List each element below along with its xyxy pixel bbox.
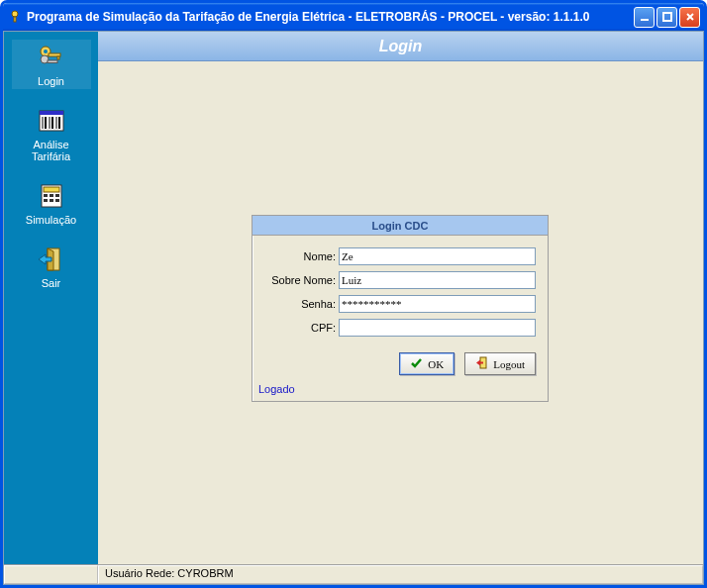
svg-rect-9: [57, 56, 59, 59]
svg-rect-25: [44, 199, 48, 202]
sidebar-item-simulacao[interactable]: Simulação: [12, 178, 91, 228]
label-nome: Nome:: [264, 250, 336, 262]
row-senha: Senha:: [264, 295, 536, 313]
exit-icon: [36, 244, 67, 275]
svg-rect-2: [641, 19, 649, 21]
svg-rect-1: [14, 17, 16, 22]
input-nome[interactable]: [339, 247, 536, 265]
svg-rect-11: [48, 60, 57, 63]
calculator-icon: [36, 180, 67, 212]
status-user: Usuário Rede: CYROBRM: [98, 565, 703, 584]
barcode-icon: [36, 105, 67, 137]
content-pane: Login Login CDC Nome: Sobre Nome:: [98, 32, 703, 564]
statusbar: Usuário Rede: CYROBRM: [4, 564, 703, 584]
minimize-button[interactable]: [634, 7, 655, 28]
svg-rect-22: [44, 194, 48, 197]
keys-icon: [36, 42, 67, 73]
svg-rect-26: [50, 199, 53, 202]
sidebar-item-label: Login: [38, 75, 64, 87]
svg-rect-13: [40, 111, 63, 115]
row-cpf: CPF:: [264, 319, 536, 337]
sidebar-item-sair[interactable]: Sair: [12, 242, 91, 291]
application-window: Programa de Simulação da Tarifação de En…: [0, 0, 707, 588]
window-title: Programa de Simulação da Tarifação de En…: [27, 10, 634, 24]
login-buttons: OK Logout: [252, 348, 548, 381]
login-panel: Login CDC Nome: Sobre Nome: S: [252, 215, 549, 402]
input-senha[interactable]: [339, 295, 536, 313]
svg-rect-21: [44, 187, 59, 192]
app-icon: [7, 9, 23, 25]
close-button[interactable]: [679, 7, 700, 28]
login-form: Nome: Sobre Nome: Senha:: [252, 236, 548, 348]
sidebar-item-label: Sair: [42, 277, 61, 289]
login-status: Logado: [252, 381, 548, 401]
label-cpf: CPF:: [264, 322, 336, 334]
logout-icon: [475, 356, 488, 371]
ok-button[interactable]: OK: [399, 352, 454, 375]
svg-rect-27: [55, 199, 59, 202]
main-area: Login: [4, 32, 703, 564]
row-nome: Nome:: [264, 247, 536, 265]
page-title-text: Login: [379, 38, 423, 55]
client-area: Login: [3, 31, 704, 585]
label-senha: Senha:: [264, 298, 336, 310]
row-sobrenome: Sobre Nome:: [264, 271, 536, 289]
svg-rect-3: [663, 13, 671, 21]
sidebar-item-label: Análise Tarifária: [14, 139, 89, 162]
content-body: Login CDC Nome: Sobre Nome: S: [98, 61, 703, 564]
login-panel-title: Login CDC: [252, 216, 548, 236]
svg-point-0: [12, 11, 18, 17]
input-sobrenome[interactable]: [339, 271, 536, 289]
logout-button[interactable]: Logout: [464, 352, 536, 375]
status-cell-empty: [4, 565, 98, 584]
svg-point-7: [44, 49, 48, 53]
svg-rect-24: [55, 194, 59, 197]
svg-rect-23: [50, 194, 53, 197]
sidebar: Login: [4, 32, 98, 564]
page-title: Login: [98, 32, 703, 61]
ok-button-label: OK: [428, 358, 444, 370]
sidebar-item-analise-tarifaria[interactable]: Análise Tarifária: [12, 103, 91, 164]
sidebar-item-login[interactable]: Login: [12, 40, 91, 89]
titlebar[interactable]: Programa de Simulação da Tarifação de En…: [3, 3, 704, 31]
window-controls: [634, 7, 700, 28]
input-cpf[interactable]: [339, 319, 536, 337]
logout-button-label: Logout: [493, 358, 525, 370]
maximize-button[interactable]: [656, 7, 677, 28]
check-icon: [410, 356, 423, 371]
sidebar-item-label: Simulação: [26, 214, 76, 226]
label-sobrenome: Sobre Nome:: [264, 274, 336, 286]
